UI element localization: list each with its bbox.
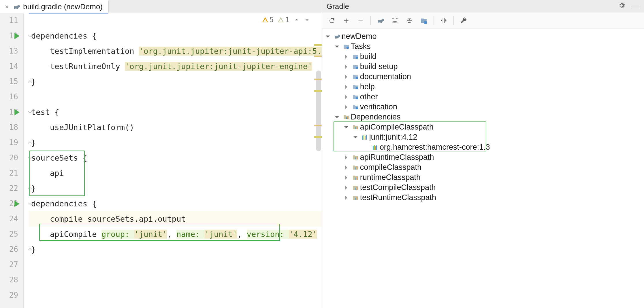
svg-rect-29 [357, 197, 357, 200]
tree-node-config[interactable]: runtimeClasspath [322, 172, 644, 182]
code-line[interactable]: testRuntimeOnly 'org.junit.jupiter:junit… [29, 59, 322, 74]
svg-rect-28 [355, 198, 356, 200]
editor-body[interactable]: 11121314151617181920212223242526272829 5… [0, 13, 322, 308]
chevron-down-icon[interactable] [332, 115, 342, 120]
run-icon[interactable] [14, 109, 20, 115]
svg-rect-8 [346, 117, 347, 119]
task-folder-icon [351, 94, 360, 100]
code-line[interactable]: apiCompile group: 'junit', name: 'junit'… [29, 227, 322, 242]
gear-icon[interactable] [618, 2, 625, 11]
svg-rect-25 [357, 177, 357, 180]
code-line[interactable] [29, 89, 322, 104]
tree-node-config[interactable]: compileClasspath [322, 162, 644, 172]
code-line[interactable] [29, 288, 322, 303]
chevron-right-icon[interactable] [342, 185, 351, 190]
error-stripe[interactable] [314, 13, 322, 308]
svg-point-6 [356, 97, 358, 99]
tree-node-dep[interactable]: org.hamcrest:hamcrest-core:1.3 [322, 142, 644, 152]
remove-icon[interactable] [354, 15, 367, 26]
chevron-down-icon[interactable] [351, 135, 360, 140]
fold-end-icon[interactable] [28, 186, 32, 191]
tree-node-config[interactable]: testCompileClasspath [322, 182, 644, 193]
gradle-toolbar [322, 13, 644, 28]
offline-mode-icon[interactable] [437, 15, 450, 26]
code-line[interactable]: } [29, 135, 322, 150]
chevron-right-icon[interactable] [342, 64, 351, 69]
run-icon[interactable] [14, 201, 20, 207]
project-structure-icon[interactable] [417, 15, 430, 26]
code-line[interactable]: } [29, 74, 322, 89]
fold-icon[interactable] [28, 201, 32, 206]
code-line[interactable]: sourceSets { [29, 150, 322, 166]
code-line[interactable]: test { [29, 104, 322, 120]
chevron-down-icon[interactable] [342, 125, 351, 130]
tree-node-task[interactable]: documentation [322, 72, 644, 82]
close-icon[interactable]: × [4, 3, 10, 11]
run-icon[interactable] [14, 33, 20, 39]
code-line[interactable]: } [29, 242, 322, 257]
gradle-tree[interactable]: newDemo Tasks buildbuild setupdocumentat… [322, 28, 644, 308]
code-line[interactable]: api [29, 166, 322, 181]
svg-rect-15 [366, 135, 367, 140]
refresh-icon[interactable] [325, 15, 338, 26]
chevron-right-icon[interactable] [342, 104, 351, 110]
tree-node-task[interactable]: build [322, 52, 644, 62]
fold-end-icon[interactable] [28, 140, 32, 145]
editor-tab[interactable]: × build.gradle (newDemo) [0, 0, 109, 13]
tree-node-task[interactable]: build setup [322, 62, 644, 72]
code-line[interactable]: useJUnitPlatform() [29, 120, 322, 135]
svg-rect-12 [362, 136, 363, 140]
fold-icon[interactable] [28, 33, 32, 38]
chevron-right-icon[interactable] [342, 155, 351, 160]
tree-node-config[interactable]: testRuntimeClasspath [322, 193, 644, 203]
fold-end-icon[interactable] [28, 247, 32, 252]
tree-label: verification [360, 102, 397, 111]
code-line[interactable]: } [29, 181, 322, 196]
add-icon[interactable] [340, 15, 353, 26]
tree-node-task[interactable]: verification [322, 102, 644, 112]
code-line[interactable] [29, 272, 322, 288]
tree-node-dep[interactable]: junit:junit:4.12 [322, 132, 644, 142]
chevron-right-icon[interactable] [342, 74, 351, 79]
tree-node-dependencies[interactable]: Dependencies [322, 112, 644, 122]
fold-icon[interactable] [28, 155, 32, 160]
tree-label: apiRuntimeClasspath [360, 153, 434, 162]
chevron-down-icon[interactable] [323, 34, 332, 39]
gradle-elephant-icon[interactable] [374, 15, 387, 26]
expand-all-icon[interactable] [389, 15, 401, 26]
minimize-icon[interactable]: — [631, 1, 639, 11]
code-line[interactable]: testImplementation 'org.junit.jupiter:ju… [29, 43, 322, 59]
tree-node-tasks[interactable]: Tasks [322, 41, 644, 52]
tree-label: org.hamcrest:hamcrest-core:1.3 [380, 143, 490, 152]
tree-node-project[interactable]: newDemo [322, 31, 644, 41]
code-line[interactable] [29, 13, 322, 28]
task-folder-icon [351, 63, 360, 70]
chevron-right-icon[interactable] [342, 165, 351, 170]
code-line[interactable]: compile sourceSets.api.output [29, 211, 322, 227]
code-area[interactable]: 5 1 dependencies { testImplementation 'o… [29, 13, 322, 308]
tree-label: runtimeClasspath [360, 173, 421, 182]
code-line[interactable]: dependencies { [29, 196, 322, 211]
chevron-right-icon[interactable] [342, 195, 351, 200]
chevron-right-icon[interactable] [342, 84, 351, 90]
tree-node-task[interactable]: help [322, 82, 644, 92]
svg-rect-9 [347, 117, 348, 119]
tree-node-task[interactable]: other [322, 92, 644, 102]
tree-node-config[interactable]: apiCompileClasspath [322, 122, 644, 132]
collapse-all-icon[interactable] [403, 15, 416, 26]
scrollbar-thumb[interactable] [316, 71, 321, 151]
wrench-icon[interactable] [457, 15, 470, 26]
chevron-right-icon[interactable] [342, 54, 351, 59]
code-line[interactable] [29, 257, 322, 272]
svg-rect-0 [424, 21, 427, 24]
tree-label: build [360, 52, 376, 61]
chevron-down-icon[interactable] [332, 44, 342, 49]
tree-label: build setup [360, 62, 398, 71]
chevron-right-icon[interactable] [342, 175, 351, 180]
code-line[interactable]: dependencies { [29, 28, 322, 43]
fold-icon[interactable] [28, 110, 32, 114]
deps-config-icon [351, 164, 360, 171]
fold-end-icon[interactable] [28, 79, 32, 84]
tree-node-config[interactable]: apiRuntimeClasspath [322, 152, 644, 162]
chevron-right-icon[interactable] [342, 94, 351, 100]
